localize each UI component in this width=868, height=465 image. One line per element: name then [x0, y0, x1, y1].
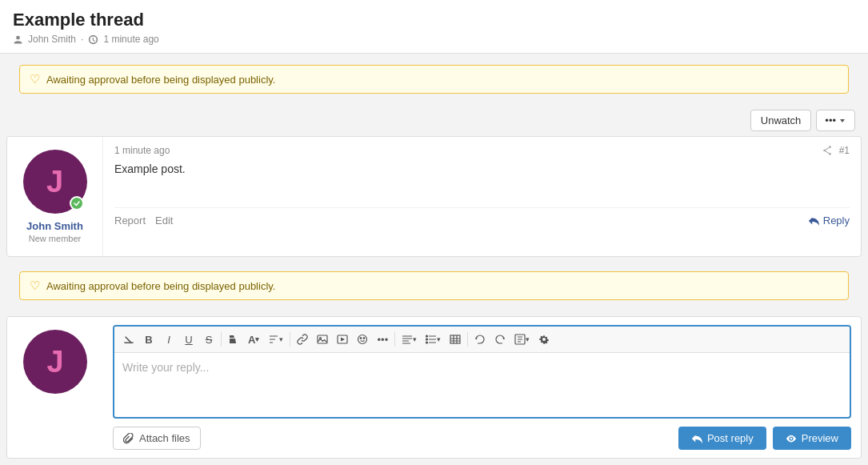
online-badge	[70, 196, 84, 210]
post-actions: Report Edit Reply	[114, 207, 850, 226]
post-reply-label: Post reply	[707, 432, 754, 444]
reply-editor-area[interactable]: Write your reply...	[114, 353, 850, 417]
approval-section-2: ♡ Awaiting approval before being display…	[0, 262, 868, 310]
svg-point-11	[364, 338, 366, 339]
heart-icon-2: ♡	[30, 279, 40, 293]
svg-point-13	[426, 339, 428, 340]
toolbar-table-btn[interactable]	[446, 330, 465, 349]
toolbar-emoji-btn[interactable]	[353, 330, 372, 349]
preview-button[interactable]: Preview	[773, 427, 851, 450]
eye-icon	[786, 433, 797, 444]
toolbar-undo-btn[interactable]	[470, 330, 490, 349]
toolbar-italic-btn[interactable]: I	[159, 330, 178, 349]
reply-label: Reply	[823, 214, 850, 226]
toolbar-textstyle-btn[interactable]: ▾	[264, 330, 287, 349]
meta-user: John Smith	[28, 34, 76, 45]
preview-label: Preview	[802, 432, 838, 444]
report-button[interactable]: Report	[114, 214, 146, 226]
svg-line-4	[824, 150, 830, 154]
toolbar-draft-btn[interactable]: ▾	[510, 330, 534, 349]
post-content: Example post.	[114, 162, 850, 194]
svg-point-14	[426, 342, 428, 343]
page-title: Example thread	[13, 10, 855, 30]
reply-button[interactable]: Reply	[808, 214, 850, 226]
toolbar-underline-btn[interactable]: U	[179, 330, 198, 349]
svg-point-12	[426, 335, 428, 337]
attach-label: Attach files	[139, 432, 190, 444]
toolbar-image-btn[interactable]	[313, 330, 332, 349]
toolbar-sep-3	[394, 332, 395, 347]
toolbar-list-btn[interactable]: ▾	[422, 330, 445, 349]
paperclip-icon	[123, 433, 134, 444]
meta-separator: ·	[81, 34, 83, 45]
toolbar-clear-btn[interactable]	[119, 330, 138, 349]
user-icon	[13, 34, 23, 45]
avatar: J	[23, 150, 87, 214]
svg-line-3	[824, 147, 830, 150]
post-number: #1	[839, 145, 850, 156]
editor-placeholder: Write your reply...	[122, 361, 209, 374]
reply-section: J B I U S A▾ ▾	[6, 316, 862, 459]
reply-avatar: J	[23, 330, 87, 394]
svg-point-9	[358, 335, 367, 344]
toolbar-strike-btn[interactable]: S	[199, 330, 218, 349]
share-icon[interactable]	[822, 145, 833, 156]
author-name[interactable]: John Smith	[26, 220, 83, 232]
approval-banner-bottom: ♡ Awaiting approval before being display…	[19, 271, 849, 300]
svg-marker-8	[341, 338, 345, 342]
post-sidebar: J John Smith New member	[7, 137, 103, 256]
toolbar-align-btn[interactable]: ▾	[398, 330, 421, 349]
edit-button[interactable]: Edit	[155, 214, 173, 226]
page-meta: John Smith · 1 minute ago	[13, 34, 855, 45]
meta-time: 1 minute ago	[103, 34, 158, 45]
post-reply-button[interactable]: Post reply	[678, 427, 766, 450]
svg-point-21	[790, 437, 792, 439]
toolbar-sep-2	[290, 332, 290, 347]
editor-toolbar: B I U S A▾ ▾	[114, 327, 850, 353]
reply-icon	[808, 215, 819, 226]
avatar-initial: J	[46, 165, 63, 199]
toolbar-sep-1	[221, 332, 222, 347]
clock-icon	[88, 34, 98, 45]
reply-send-icon	[691, 433, 702, 444]
reply-avatar-col: J	[7, 317, 103, 458]
unwatch-button[interactable]: Unwatch	[750, 110, 812, 131]
toolbar-bold-btn[interactable]: B	[139, 330, 158, 349]
svg-point-10	[361, 338, 362, 339]
chevron-down-icon	[838, 117, 846, 125]
toolbar-redo-btn[interactable]	[490, 330, 510, 349]
toolbar-more-btn[interactable]: •••	[373, 330, 392, 349]
author-role: New member	[29, 234, 81, 243]
reply-footer: Attach files Post reply Preview	[113, 427, 851, 450]
toolbar-fontsize-btn[interactable]: A▾	[244, 330, 263, 349]
heart-icon: ♡	[30, 72, 40, 86]
attach-files-button[interactable]: Attach files	[113, 427, 201, 450]
toolbar-dropcap-btn[interactable]	[224, 330, 243, 349]
page-header: Example thread John Smith · 1 minute ago	[0, 0, 868, 54]
post-container: J John Smith New member 1 minute ago #1 …	[6, 136, 862, 257]
reply-avatar-initial: J	[46, 345, 63, 379]
post-body: 1 minute ago #1 Example post. Report Edi…	[103, 137, 861, 256]
thread-actions: Unwatch •••	[0, 105, 868, 136]
reply-buttons: Post reply Preview	[678, 427, 851, 450]
approval-text-bottom: Awaiting approval before being displayed…	[46, 280, 275, 292]
svg-rect-5	[318, 335, 327, 343]
editor-wrapper: B I U S A▾ ▾	[113, 325, 851, 419]
toolbar-link-btn[interactable]	[293, 330, 312, 349]
more-dots: •••	[825, 114, 836, 126]
post-time: 1 minute ago	[114, 145, 170, 156]
post-meta-bar: 1 minute ago #1	[114, 145, 850, 156]
post-action-links: Report Edit	[114, 214, 173, 226]
approval-banner-top: ♡ Awaiting approval before being display…	[19, 65, 849, 94]
reply-editor-col: B I U S A▾ ▾	[103, 317, 861, 458]
toolbar-settings-btn[interactable]	[534, 330, 554, 349]
post-share: #1	[822, 145, 850, 156]
more-options-button[interactable]: •••	[816, 110, 855, 131]
toolbar-sep-4	[467, 332, 468, 347]
approval-text-top: Awaiting approval before being displayed…	[46, 74, 275, 86]
svg-rect-15	[450, 335, 460, 343]
toolbar-media-btn[interactable]	[333, 330, 352, 349]
